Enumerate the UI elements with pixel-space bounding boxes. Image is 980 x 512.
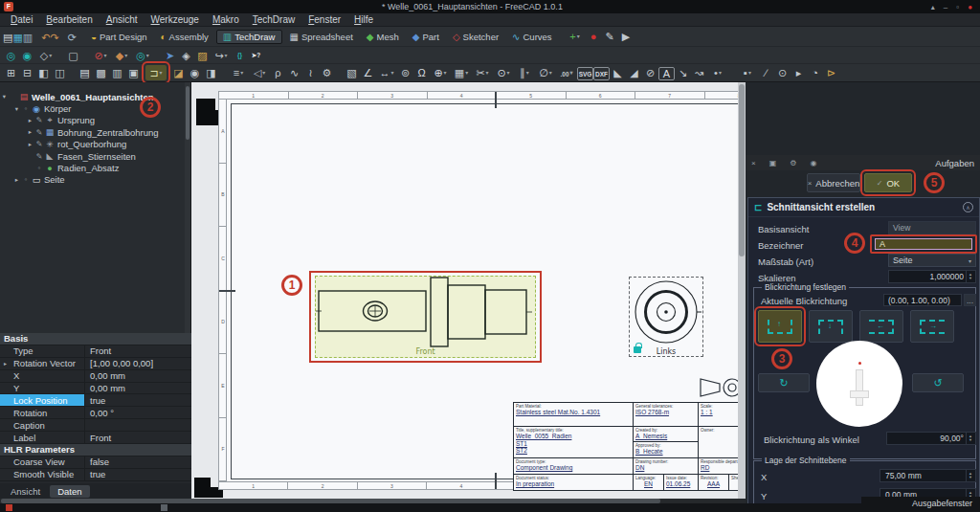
toolbar-icon[interactable]: ● [586, 29, 602, 44]
window-control-icon[interactable]: ● [968, 3, 972, 11]
window-control-icon[interactable]: – [944, 3, 947, 11]
toolbar-icon[interactable]: ↷ [50, 32, 58, 43]
techdraw-tool-icon[interactable]: ⊚ [397, 65, 413, 80]
tree-expander-icon[interactable]: ▸ [12, 176, 21, 184]
techdraw-tool-icon[interactable]: ⊟ [19, 65, 35, 80]
section-preview[interactable] [816, 341, 902, 427]
rotate-ccw-button[interactable]: ↺ [912, 373, 964, 392]
drawing-viewport[interactable]: 12345678 1234567 A3 ABCDEF [191, 82, 738, 499]
tree-expander-icon[interactable]: ▾ [0, 93, 9, 100]
panel-header-icon[interactable]: ▣ [769, 159, 777, 167]
cancel-button[interactable]: × Abbrechen [807, 173, 860, 192]
property-row[interactable]: Type Front [0, 345, 191, 358]
more-direction-button[interactable]: ... [964, 294, 976, 306]
collapse-dialog-icon[interactable]: ∧ [963, 202, 973, 212]
property-value[interactable]: Front [84, 432, 191, 443]
menu-item[interactable]: Bearbeiten [39, 14, 99, 25]
techdraw-tool-icon[interactable]: DXF [593, 67, 610, 80]
section-direction-button[interactable]: ↑ [758, 310, 802, 343]
techdraw-tool-icon[interactable]: ≡ [228, 65, 249, 80]
techdraw-tool-icon[interactable]: ∿ [286, 65, 302, 80]
toolbar-icon[interactable]: ↪ [211, 48, 232, 63]
techdraw-tool-icon[interactable]: ∕ [758, 65, 774, 80]
section-direction-button[interactable]: ← [859, 310, 903, 343]
techdraw-tool-icon[interactable]: ∠ [360, 65, 376, 80]
scale-type-dropdown[interactable]: Seite▾ [888, 254, 976, 267]
techdraw-tool-icon[interactable]: .00 [556, 65, 577, 80]
techdraw-tool-icon[interactable]: ✂ [472, 65, 493, 80]
toolbar-icon[interactable]: ▤ [3, 32, 12, 43]
property-value[interactable]: true [84, 469, 191, 480]
techdraw-tool-icon[interactable]: ▧ [344, 65, 360, 80]
property-row[interactable]: X 0,00 mm [0, 370, 191, 383]
toolbar-icon[interactable]: + [565, 29, 586, 44]
techdraw-tool-icon[interactable]: ⊕ [430, 65, 451, 80]
ok-button[interactable]: ✓ OK [864, 173, 912, 192]
toolbar-icon[interactable]: {} [232, 48, 248, 63]
techdraw-tool-icon[interactable]: ▤ [77, 65, 93, 80]
techdraw-tool-icon[interactable]: ◪ [170, 65, 187, 80]
techdraw-tool-icon[interactable]: ↘ [675, 65, 691, 80]
property-expander-icon[interactable]: ▸ [4, 360, 7, 367]
tree-item[interactable]: ✎ ◣ Fasen_Stiernseiten [0, 150, 191, 162]
tree-expander-icon[interactable]: ▸ [26, 141, 34, 148]
section-direction-button[interactable]: → [910, 310, 954, 343]
toolbar-icon[interactable]: ◉ [19, 48, 35, 63]
property-value[interactable]: 0,00 mm [84, 383, 191, 394]
techdraw-tool-icon[interactable]: ▪ [737, 65, 758, 80]
techdraw-tool-icon[interactable]: ∥ [514, 65, 535, 80]
property-row[interactable]: Coarse View false [0, 456, 191, 469]
toolbar-icon[interactable]: ◈ [178, 48, 194, 63]
tree-item[interactable]: ▾ ◦ ◉ Körper [0, 102, 191, 114]
techdraw-tool-icon[interactable]: ⊐ [145, 65, 167, 80]
current-direction-field[interactable]: (0.00, 1.00, 0.00) [883, 294, 962, 306]
property-value[interactable]: 0,00 mm [84, 370, 191, 382]
front-view[interactable]: Front [315, 276, 536, 358]
rotate-cw-button[interactable]: ↻ [758, 373, 810, 392]
techdraw-tool-icon[interactable]: ◉ [187, 65, 203, 80]
angle-spinbox[interactable]: 90,00°▲▼ [886, 432, 976, 445]
tree-item[interactable]: ▸ ◦ ▭ Seite [0, 174, 191, 186]
tree-scrollbar[interactable] [185, 82, 190, 333]
techdraw-tool-icon[interactable]: ▸ [791, 65, 807, 80]
tree-expander-icon[interactable]: ▸ [26, 128, 34, 136]
techdraw-tool-icon[interactable]: ◫ [52, 65, 68, 80]
techdraw-tool-icon[interactable]: ⊙ [493, 65, 514, 80]
workbench-button[interactable]: ◐Assembly [155, 30, 214, 44]
viewport-vertical-scrollbar[interactable] [738, 82, 746, 499]
toolbar-icon[interactable]: ◆ [111, 48, 132, 63]
panel-header-icon[interactable]: ◉ [810, 159, 816, 167]
spinbox-arrows-icon[interactable]: ▲▼ [966, 433, 974, 444]
property-value[interactable]: 0,00 ° [84, 407, 191, 418]
property-row[interactable]: Lock Position true [0, 394, 191, 407]
spinbox-arrows-icon[interactable]: ▲▼ [966, 271, 974, 282]
property-value[interactable]: false [84, 456, 191, 468]
toolbar-icon[interactable]: ▨ [194, 48, 211, 63]
property-row[interactable]: Caption [0, 419, 191, 432]
property-value[interactable]: [1,00 0,00 0,00] [84, 358, 191, 369]
workbench-button[interactable]: ▦Spreadsheet [284, 30, 359, 44]
techdraw-tool-icon[interactable]: ⊳ [823, 65, 839, 80]
panel-header-icon[interactable]: ⚙ [790, 159, 796, 167]
menu-item[interactable]: Makro [206, 14, 246, 25]
workbench-button[interactable]: ◆Part [407, 30, 445, 44]
techdraw-tool-icon[interactable]: ↔ [376, 65, 397, 80]
property-row[interactable]: ▸Rotation Vector [1,00 0,00 0,00] [0, 358, 191, 370]
toolbar-icon[interactable]: ⟳ [68, 32, 77, 43]
techdraw-tool-icon[interactable]: ▣ [125, 65, 142, 80]
techdraw-tool-icon[interactable]: ▩ [93, 65, 109, 80]
tree-expander-icon[interactable]: ▾ [12, 105, 21, 113]
tree-expander-icon[interactable]: ▸ [26, 117, 34, 124]
window-control-icon[interactable]: ▫ [956, 3, 959, 11]
menu-item[interactable]: TechDraw [246, 14, 301, 25]
property-value[interactable]: true [84, 394, 191, 406]
property-row[interactable]: Rotation 0,00 ° [0, 407, 191, 419]
techdraw-tool-icon[interactable]: ◧ [35, 65, 52, 80]
toolbar-icon[interactable]: ➤ [162, 48, 178, 63]
section-direction-button[interactable]: ↓ [809, 310, 853, 343]
workbench-button[interactable]: ∿Curves [506, 30, 557, 44]
techdraw-tool-icon[interactable]: ▥ [109, 65, 125, 80]
property-row[interactable]: Label Front [0, 432, 191, 444]
workbench-button[interactable]: ◆Mesh [361, 30, 405, 44]
property-row[interactable]: Y 0,00 mm [0, 383, 191, 395]
